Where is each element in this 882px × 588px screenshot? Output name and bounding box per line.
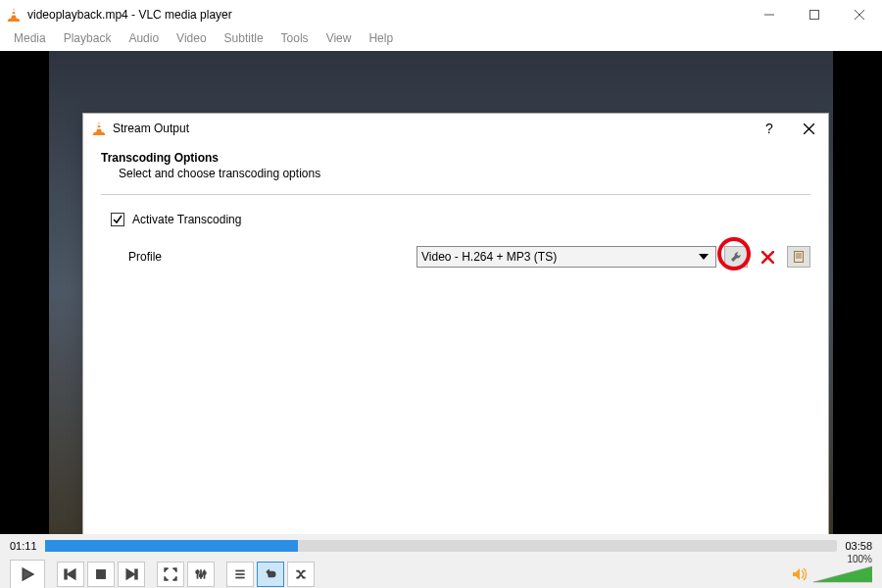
svg-marker-0 <box>11 8 17 19</box>
svg-rect-26 <box>135 569 137 578</box>
play-icon <box>21 567 34 581</box>
svg-point-31 <box>200 574 203 577</box>
svg-rect-17 <box>795 252 804 263</box>
dialog-titlebar: Stream Output ? <box>83 114 828 143</box>
delete-x-icon <box>761 251 774 264</box>
checkmark-icon <box>113 215 122 224</box>
maximize-button[interactable] <box>792 0 837 29</box>
menu-tools[interactable]: Tools <box>273 29 317 51</box>
stop-icon <box>94 567 108 581</box>
dialog-title: Stream Output <box>113 122 750 135</box>
fullscreen-button[interactable] <box>157 562 184 587</box>
seek-bar[interactable] <box>45 540 838 552</box>
svg-marker-21 <box>23 568 32 580</box>
menu-audio[interactable]: Audio <box>121 29 167 51</box>
svg-rect-24 <box>97 570 105 578</box>
dialog-body: Transcoding Options Select and choose tr… <box>83 143 828 579</box>
volume-triangle-icon <box>813 565 872 583</box>
seek-bar-fill <box>45 540 299 552</box>
playlist-icon <box>233 567 247 581</box>
loop-button[interactable] <box>257 562 284 587</box>
extended-settings-button[interactable] <box>187 562 215 587</box>
equalizer-icon <box>194 567 208 581</box>
profile-dropdown-value: Video - H.264 + MP3 (TS) <box>421 250 696 264</box>
vlc-cone-icon <box>6 7 22 23</box>
svg-marker-8 <box>96 122 102 132</box>
window-controls <box>747 0 882 29</box>
prev-track-button[interactable] <box>57 562 84 587</box>
profile-row: Profile Video - H.264 + MP3 (TS) <box>101 246 810 268</box>
menu-subtitle[interactable]: Subtitle <box>217 29 271 51</box>
profile-label: Profile <box>128 250 409 264</box>
svg-point-32 <box>203 571 206 574</box>
next-track-button[interactable] <box>118 562 145 587</box>
minimize-button[interactable] <box>747 0 792 29</box>
svg-marker-3 <box>8 19 21 22</box>
svg-rect-2 <box>11 14 17 16</box>
svg-rect-9 <box>97 124 102 126</box>
player-controls: 100% <box>10 560 872 588</box>
fullscreen-icon <box>164 567 177 581</box>
svg-rect-5 <box>810 11 819 20</box>
svg-rect-10 <box>96 127 102 129</box>
menu-view[interactable]: View <box>318 29 360 51</box>
app-title: videoplayback.mp4 - VLC media player <box>27 8 232 22</box>
chevron-down-icon <box>696 249 711 265</box>
volume-slider[interactable]: 100% <box>813 565 872 583</box>
new-document-icon <box>792 250 806 264</box>
menu-media[interactable]: Media <box>6 29 54 51</box>
speaker-icon <box>792 567 808 581</box>
close-icon <box>804 123 814 134</box>
svg-marker-14 <box>699 254 709 260</box>
seek-row: 01:11 03:58 <box>10 538 872 554</box>
time-elapsed: 01:11 <box>10 540 37 552</box>
divider <box>101 194 810 195</box>
new-profile-button[interactable] <box>787 246 810 268</box>
svg-marker-37 <box>813 566 872 582</box>
transcoding-heading: Transcoding Options <box>101 151 810 165</box>
video-area: Stream Output ? Transcoding Options Sele… <box>0 51 882 534</box>
dialog-help-button[interactable]: ? <box>750 114 789 143</box>
svg-marker-25 <box>126 569 134 578</box>
svg-marker-23 <box>68 569 75 578</box>
svg-rect-1 <box>12 11 17 13</box>
titlebar-left: videoplayback.mp4 - VLC media player <box>6 7 232 23</box>
close-button[interactable] <box>837 0 882 29</box>
svg-marker-11 <box>93 132 106 135</box>
player-footer: 01:11 03:58 100% <box>0 534 882 588</box>
stop-button[interactable] <box>87 562 115 587</box>
profile-dropdown[interactable]: Video - H.264 + MP3 (TS) <box>416 246 716 268</box>
app-titlebar: videoplayback.mp4 - VLC media player <box>0 0 882 29</box>
time-total: 03:58 <box>845 540 872 552</box>
play-button[interactable] <box>10 560 45 588</box>
vlc-cone-icon <box>91 121 107 136</box>
activate-transcoding-row: Activate Transcoding <box>101 213 810 226</box>
menu-help[interactable]: Help <box>361 29 401 51</box>
shuffle-button[interactable] <box>287 562 315 587</box>
activate-transcoding-label: Activate Transcoding <box>132 213 241 226</box>
dialog-close-button[interactable] <box>789 114 828 143</box>
delete-profile-button[interactable] <box>756 246 779 268</box>
transcoding-subheading: Select and choose transcoding options <box>101 167 810 180</box>
menubar: Media Playback Audio Video Subtitle Tool… <box>0 29 882 51</box>
help-icon: ? <box>765 121 773 136</box>
wrench-icon <box>729 250 743 264</box>
volume-control: 100% <box>792 565 872 583</box>
playlist-button[interactable] <box>226 562 254 587</box>
loop-icon <box>264 567 277 581</box>
menu-playback[interactable]: Playback <box>56 29 120 51</box>
volume-percent: 100% <box>847 554 872 564</box>
skip-back-icon <box>64 567 77 581</box>
edit-profile-button[interactable] <box>724 246 748 268</box>
activate-transcoding-checkbox[interactable] <box>111 213 124 226</box>
svg-point-30 <box>196 570 199 573</box>
stream-output-dialog: Stream Output ? Transcoding Options Sele… <box>82 113 829 580</box>
menu-video[interactable]: Video <box>169 29 214 51</box>
svg-marker-36 <box>793 568 800 580</box>
skip-forward-icon <box>124 567 138 581</box>
shuffle-icon <box>294 567 308 581</box>
